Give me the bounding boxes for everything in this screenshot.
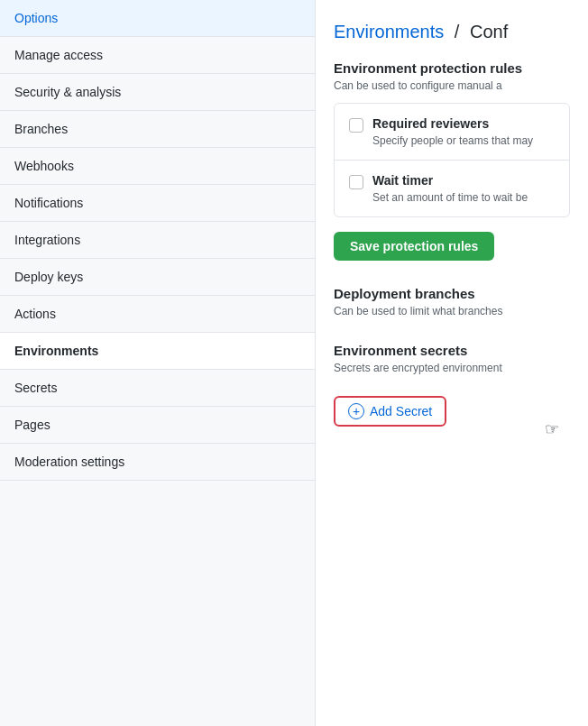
environment-secrets-title: Environment secrets — [334, 343, 570, 358]
required-reviewers-sublabel: Specify people or teams that may — [372, 134, 533, 147]
environment-secrets-desc: Secrets are encrypted environment — [334, 362, 570, 374]
environments-breadcrumb[interactable]: Environments — [334, 22, 444, 41]
conf-breadcrumb: Conf — [470, 22, 508, 41]
deployment-branches-desc: Can be used to limit what branches — [334, 305, 570, 317]
protection-rules-title: Environment protection rules — [334, 60, 570, 76]
sidebar-item-actions[interactable]: Actions — [0, 296, 315, 333]
sidebar-item-branches[interactable]: Branches — [0, 111, 315, 148]
wait-timer-checkbox[interactable] — [349, 175, 363, 189]
sidebar-item-pages[interactable]: Pages — [0, 407, 315, 444]
save-protection-rules-button[interactable]: Save protection rules — [334, 232, 494, 261]
sidebar-item-deploy-keys[interactable]: Deploy keys — [0, 259, 315, 296]
protection-rules-desc: Can be used to configure manual a — [334, 79, 570, 92]
wait-timer-sublabel: Set an amount of time to wait be — [372, 191, 528, 204]
sidebar-item-notifications[interactable]: Notifications — [0, 185, 315, 222]
page-header: Environments / Conf — [334, 22, 570, 42]
cursor-icon: ☞ — [545, 419, 559, 439]
breadcrumb-separator: / — [455, 22, 464, 41]
sidebar-item-options[interactable]: Options — [0, 0, 315, 37]
sidebar-item-webhooks[interactable]: Webhooks — [0, 148, 315, 185]
rules-box: Required reviewers Specify people or tea… — [334, 103, 570, 217]
wait-timer-rule: Wait timer Set an amount of time to wait… — [335, 161, 569, 216]
sidebar: OptionsManage accessSecurity & analysisB… — [0, 0, 316, 726]
environment-secrets-section: Environment secrets Secrets are encrypte… — [334, 343, 570, 427]
wait-timer-label: Wait timer — [372, 173, 528, 188]
required-reviewers-label: Required reviewers — [372, 116, 533, 131]
main-content: Environments / Conf Environment protecti… — [316, 0, 588, 726]
protection-rules-section: Environment protection rules Can be used… — [334, 60, 570, 261]
add-secret-label: Add Secret — [370, 404, 432, 418]
sidebar-item-security-analysis[interactable]: Security & analysis — [0, 74, 315, 111]
add-secret-button[interactable]: + Add Secret — [334, 396, 446, 427]
sidebar-item-environments[interactable]: Environments — [0, 333, 315, 370]
wait-timer-text: Wait timer Set an amount of time to wait… — [372, 173, 528, 204]
required-reviewers-text: Required reviewers Specify people or tea… — [372, 116, 533, 147]
sidebar-item-manage-access[interactable]: Manage access — [0, 37, 315, 74]
sidebar-item-integrations[interactable]: Integrations — [0, 222, 315, 259]
sidebar-item-moderation-settings[interactable]: Moderation settings — [0, 444, 315, 481]
required-reviewers-checkbox[interactable] — [349, 118, 363, 133]
deployment-branches-section: Deployment branches Can be used to limit… — [334, 286, 570, 317]
deployment-branches-title: Deployment branches — [334, 286, 570, 301]
plus-circle-icon: + — [348, 403, 364, 419]
add-secret-container: + Add Secret ☞ — [334, 385, 570, 427]
required-reviewers-rule: Required reviewers Specify people or tea… — [335, 104, 569, 161]
sidebar-item-secrets[interactable]: Secrets — [0, 370, 315, 407]
